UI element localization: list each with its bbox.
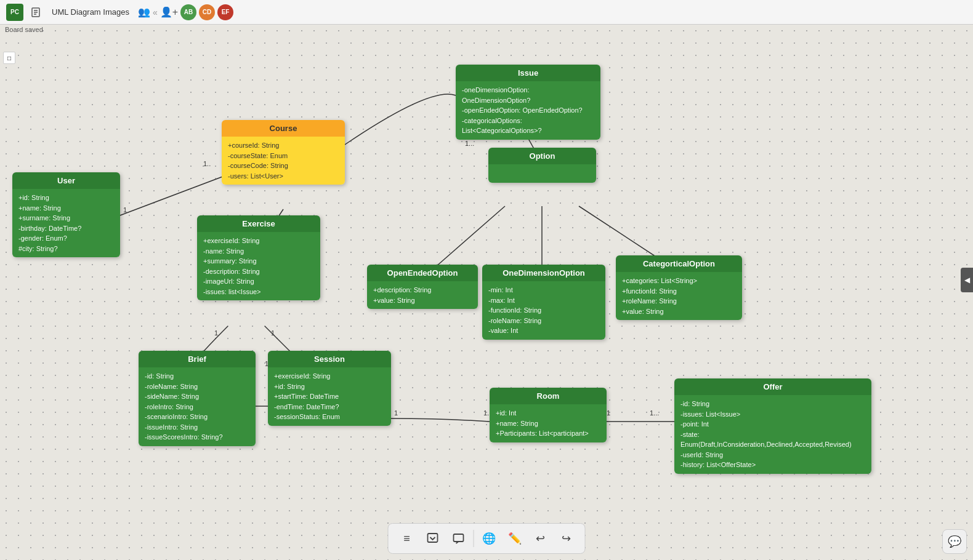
svg-text:1...: 1...	[465, 140, 474, 147]
class-room-header: Room	[490, 388, 607, 404]
class-course-header: Course	[222, 120, 345, 137]
redo-button[interactable]: ↪	[555, 527, 578, 550]
app-logo: PC	[6, 4, 23, 21]
svg-line-4	[120, 172, 234, 215]
class-issue-header: Issue	[456, 65, 600, 81]
status-bar: Board saved	[0, 25, 48, 34]
class-categorical-header: CategorticalOption	[616, 255, 742, 272]
chat-button[interactable]: 💬	[942, 529, 967, 554]
class-course-body: +courseId: String -courseState: Enum -co…	[222, 137, 345, 185]
svg-rect-29	[454, 534, 464, 542]
class-exercise[interactable]: Exercise +exerciseId: String -name: Stri…	[197, 215, 320, 300]
svg-text:1: 1	[394, 409, 398, 417]
avatar-3: EF	[217, 4, 233, 20]
diagram-canvas[interactable]: 1... 1 1 1.. 1 1 1 1.. 1 1 1... 1 1... U…	[0, 25, 973, 560]
class-one-dimension-body: -min: Int -max: Int -functionId: String …	[482, 281, 605, 340]
class-open-ended-header: OpenEndedOption	[367, 265, 478, 281]
class-user-header: User	[12, 172, 120, 189]
undo-button[interactable]: ↩	[530, 527, 552, 550]
svg-text:1...: 1...	[650, 409, 659, 417]
group-icon: 👥	[138, 6, 150, 18]
class-open-ended-option[interactable]: OpenEndedOption +description: String +va…	[367, 265, 478, 309]
class-offer[interactable]: Offer -id: String -issues: List<Issue> -…	[674, 378, 871, 474]
class-room[interactable]: Room +id: Int +name: String +Participant…	[490, 388, 607, 442]
class-user[interactable]: User +id: String +name: String +surname:…	[12, 172, 120, 257]
zoom-indicator[interactable]: □	[3, 52, 15, 64]
class-session-body: +exerciseId: String +id: String +startTi…	[268, 367, 391, 426]
class-brief-header: Brief	[139, 351, 256, 367]
board-title: UML Diagram Images	[52, 7, 129, 17]
class-user-body: +id: String +name: String +surname: Stri…	[12, 189, 120, 257]
svg-text:1: 1	[607, 409, 610, 417]
class-option[interactable]: Option	[488, 148, 596, 183]
comment-button[interactable]	[448, 527, 470, 550]
class-course[interactable]: Course +courseId: String -courseState: E…	[222, 120, 345, 185]
class-option-header: Option	[488, 148, 596, 164]
avatar-2: CD	[199, 4, 215, 20]
svg-text:1: 1	[123, 206, 127, 214]
class-brief[interactable]: Brief -id: String -roleName: String -sid…	[139, 351, 256, 446]
class-session[interactable]: Session +exerciseId: String +id: String …	[268, 351, 391, 426]
separator: «	[153, 7, 158, 17]
user-group: 👥 « 👤+ AB CD EF	[138, 4, 233, 20]
class-brief-body: -id: String -roleName: String -sideName:…	[139, 367, 256, 446]
svg-text:1: 1	[271, 329, 275, 337]
class-one-dimension-option[interactable]: OneDimensionOption -min: Int -max: Int -…	[482, 265, 605, 340]
class-categorical-body: +categories: List<String> +functionId: S…	[616, 272, 742, 320]
layers-button[interactable]: ≡	[396, 527, 418, 550]
class-exercise-body: +exerciseId: String -name: String +summa…	[197, 232, 320, 300]
left-toolbar: □	[0, 49, 18, 66]
divider	[474, 530, 474, 547]
globe-button[interactable]: 🌐	[478, 527, 500, 550]
class-option-body	[488, 164, 596, 183]
page-icon[interactable]	[28, 5, 43, 20]
share-button[interactable]	[422, 527, 444, 550]
class-open-ended-body: +description: String +value: String	[367, 281, 478, 309]
add-user-icon[interactable]: 👤+	[160, 6, 178, 18]
svg-rect-28	[428, 534, 438, 542]
header: PC UML Diagram Images 👥 « 👤+ AB CD EF	[0, 0, 973, 25]
svg-text:1..: 1..	[203, 160, 211, 167]
class-one-dimension-header: OneDimensionOption	[482, 265, 605, 281]
bottom-toolbar: ≡ 🌐 ✏️ ↩ ↪	[388, 523, 586, 554]
edit-button[interactable]: ✏️	[504, 527, 526, 550]
class-issue[interactable]: Issue -oneDimensionOption: OneDimensionO…	[456, 65, 600, 140]
class-categorical-option[interactable]: CategorticalOption +categories: List<Str…	[616, 255, 742, 320]
right-collapse-tab[interactable]: ◀	[961, 268, 973, 292]
svg-text:1: 1	[214, 329, 218, 337]
class-offer-header: Offer	[674, 378, 871, 395]
class-session-header: Session	[268, 351, 391, 367]
class-exercise-header: Exercise	[197, 215, 320, 232]
status-text: Board saved	[5, 26, 43, 33]
class-room-body: +id: Int +name: String +Participants: Li…	[490, 404, 607, 442]
class-offer-body: -id: String -issues: List<Issue> -point:…	[674, 395, 871, 474]
avatar-1: AB	[180, 4, 196, 20]
class-issue-body: -oneDimensionOption: OneDimensionOption?…	[456, 81, 600, 140]
